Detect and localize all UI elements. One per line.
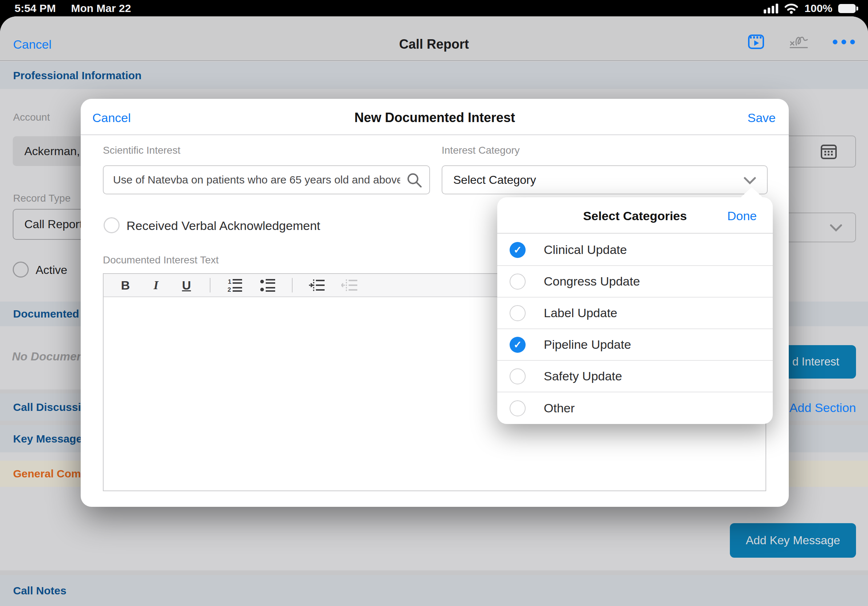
category-row-safety-update[interactable]: Safety Update [497,361,773,393]
modal-save-button[interactable]: Save [748,111,776,125]
select-categories-popover: Select Categories Done Clinical Update C… [497,197,773,424]
category-row-clinical-update[interactable]: Clinical Update [497,234,773,266]
record-type-label: Record Type [13,193,71,204]
interest-category-label: Interest Category [442,145,520,156]
modal-header: Cancel New Documented Interest Save [81,99,789,135]
popover-arrow [740,187,763,198]
general-comments-label: General Comm [13,468,90,480]
received-verbal-ack-radio[interactable] [104,217,119,233]
done-button[interactable]: Done [727,209,757,223]
outdent-button[interactable] [341,278,358,293]
cellular-signal-icon [764,3,778,14]
checkbox[interactable] [510,337,525,353]
category-row-label-update[interactable]: Label Update [497,298,773,329]
section-title: Key Message [13,433,82,445]
bold-button[interactable]: B [118,278,133,292]
category-row-congress-update[interactable]: Congress Update [497,266,773,298]
navbar: Cancel Call Report [0,16,868,61]
category-row-other[interactable]: Other [497,393,773,424]
section-professional-information: Professional Information [0,62,868,89]
section-call-notes: Call Notes [0,575,868,606]
status-time: 5:54 PM [14,2,56,14]
section-title: Call Discussi [13,401,81,413]
status-date: Mon Mar 22 [71,2,131,14]
active-label: Active [36,263,67,277]
ordered-list-button[interactable]: 1 2 [226,278,243,293]
svg-text:1: 1 [228,278,231,285]
scientific-interest-input-wrap [103,165,430,194]
section-title: Call Notes [13,584,67,597]
checkbox[interactable] [510,274,525,289]
popover-header: Select Categories Done [497,197,773,233]
scientific-interest-label: Scientific Interest [103,145,180,156]
checkbox[interactable] [510,242,525,258]
calendar-icon [820,143,837,160]
documented-interest-text-label: Documented Interest Text [103,254,219,266]
section-title: Documented [13,308,79,320]
media-player-icon[interactable] [748,34,764,49]
checkbox[interactable] [510,368,525,384]
interest-category-dropdown[interactable]: Select Category [442,165,768,194]
checkbox[interactable] [510,305,525,321]
category-row-pipeline-update[interactable]: Pipeline Update [497,329,773,361]
search-icon[interactable] [406,172,423,189]
scientific-interest-input[interactable] [104,166,429,194]
modal-title: New Documented Interest [81,110,789,125]
italic-button[interactable]: I [149,278,163,292]
indent-button[interactable] [308,278,326,293]
chevron-down-icon [830,224,842,232]
received-verbal-ack-label: Received Verbal Acknowledgement [127,219,320,233]
wifi-icon [784,3,798,14]
active-radio[interactable] [13,261,29,278]
svg-text:2: 2 [228,286,231,293]
section-title: Professional Information [13,70,141,82]
account-label: Account [13,111,50,123]
add-section-link[interactable]: Add Section [789,401,856,415]
signature-icon[interactable] [788,34,809,50]
battery-percent: 100% [804,2,832,14]
checkbox[interactable] [510,400,525,416]
page-title: Call Report [0,37,868,52]
bullet-list-button[interactable] [259,278,276,293]
chevron-down-icon [744,177,756,185]
more-options-icon[interactable] [833,40,855,44]
status-bar: 5:54 PM Mon Mar 22 100% [0,0,868,16]
add-key-message-button[interactable]: Add Key Message [730,523,856,558]
battery-icon [838,4,856,13]
underline-button[interactable]: U [179,278,194,292]
